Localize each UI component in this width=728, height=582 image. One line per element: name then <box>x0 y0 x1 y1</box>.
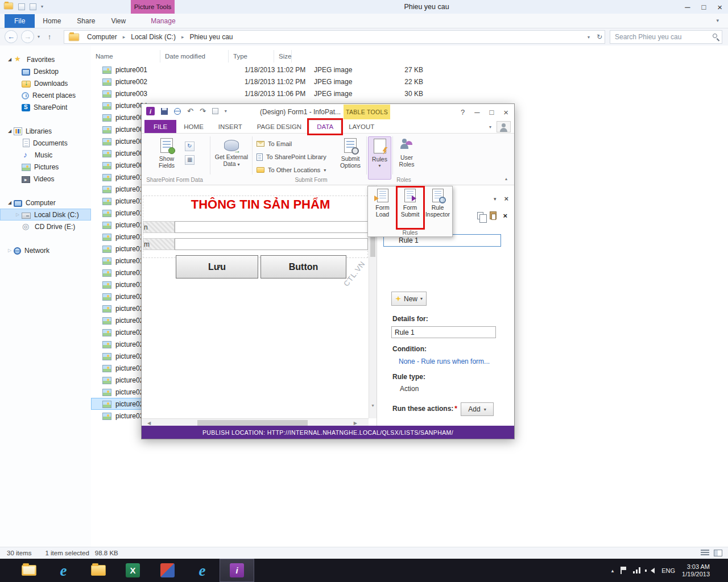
qat-properties-icon[interactable] <box>18 3 25 10</box>
column-header[interactable]: Type <box>229 50 274 63</box>
taskbar-button[interactable] <box>150 559 185 582</box>
infopath-close-button[interactable]: × <box>503 107 508 117</box>
to-other-locations-button[interactable]: To Other Locations ▾ <box>257 164 326 176</box>
help-icon[interactable]: ? <box>461 108 465 117</box>
generic-button[interactable]: Button <box>260 255 346 278</box>
scroll-right-icon[interactable]: ▶ <box>354 421 357 426</box>
infopath-tab[interactable]: HOME <box>176 120 211 133</box>
submit-options-button[interactable]: Submit Options <box>335 136 366 180</box>
maximize-button[interactable]: □ <box>701 3 706 11</box>
refresh-icon[interactable]: ↻ <box>597 33 602 41</box>
qat-new-folder-icon[interactable] <box>30 3 36 10</box>
action-center-icon[interactable] <box>621 567 626 574</box>
infopath-tab[interactable]: DATA <box>309 120 341 134</box>
expander-icon[interactable] <box>6 248 14 253</box>
rule-inspector-button[interactable]: Rule Inspector <box>424 187 451 228</box>
sidebar-item[interactable]: Downloads <box>0 77 91 89</box>
taskbar-button[interactable] <box>185 559 220 582</box>
address-bar[interactable]: Computer ▸ Local Disk (C:) ▸ Phieu yeu c… <box>64 30 605 44</box>
scroll-left-icon[interactable]: ◀ <box>147 421 151 426</box>
sidebar-item[interactable]: Music <box>0 149 91 161</box>
column-header[interactable]: Name <box>91 50 160 63</box>
breadcrumb[interactable]: Local Disk (C:) ▸ <box>126 33 185 41</box>
details-view-icon[interactable] <box>701 550 709 556</box>
sidebar-item[interactable]: SharePoint <box>0 101 91 113</box>
sidebar-item[interactable]: Documents <box>0 137 91 149</box>
sidebar-item[interactable]: Local Disk (C:) <box>0 209 91 221</box>
delete-rule-icon[interactable]: × <box>503 212 507 219</box>
file-row[interactable]: picture003 1/18/2013 11:06 PM JPEG image… <box>91 88 428 99</box>
expander-icon[interactable] <box>14 212 22 217</box>
history-chevron-icon[interactable]: ▾ <box>38 34 40 39</box>
language-indicator[interactable]: ENG <box>661 567 675 574</box>
volume-icon[interactable] <box>648 568 655 573</box>
expander-icon[interactable] <box>6 57 14 62</box>
network-icon[interactable] <box>633 567 641 573</box>
infopath-tab[interactable]: LAYOUT <box>341 120 382 133</box>
rules-button[interactable]: Rules ▾ <box>368 136 391 180</box>
ribbon-tab[interactable]: View <box>103 14 134 28</box>
form-canvas[interactable]: THÔNG TIN SẢN PHẨM n m Lưu Button CTL.VN <box>142 185 369 418</box>
paste-rule-icon[interactable] <box>490 211 497 219</box>
picture-tools-context-tab[interactable]: Picture Tools <box>131 0 175 14</box>
taskbar-button[interactable] <box>11 559 46 582</box>
user-avatar[interactable] <box>497 121 511 132</box>
sidebar-item[interactable]: Pictures <box>0 161 91 173</box>
copy-rule-icon[interactable] <box>477 212 483 219</box>
save-icon[interactable] <box>161 108 168 115</box>
file-row[interactable]: picture001 1/18/2013 11:02 PM JPEG image… <box>91 64 428 76</box>
form-load-button[interactable]: Form Load <box>369 187 396 228</box>
file-row[interactable]: picture002 1/18/2013 11:02 PM JPEG image… <box>91 76 428 88</box>
minimize-button[interactable]: ─ <box>685 3 690 11</box>
pane-close-icon[interactable]: × <box>504 194 508 203</box>
ribbon-tab[interactable]: Share <box>69 14 103 28</box>
up-button[interactable]: ↑ <box>43 31 56 43</box>
collapse-ribbon-icon[interactable]: ▴ <box>505 176 507 181</box>
refresh-fields-icon[interactable] <box>185 142 195 151</box>
user-roles-button[interactable]: User Roles <box>394 136 419 180</box>
back-button[interactable]: ← <box>5 30 18 43</box>
forward-button[interactable]: → <box>21 30 34 43</box>
breadcrumb[interactable]: Computer ▸ <box>82 33 126 41</box>
taskbar-button[interactable] <box>220 559 254 582</box>
text-field-1[interactable] <box>175 221 368 233</box>
form-data-icon[interactable] <box>185 155 195 165</box>
ribbon-tab[interactable]: Manage <box>143 14 183 28</box>
sidebar-item[interactable]: CD Drive (E:) <box>0 221 91 232</box>
ribbon-tab[interactable]: Home <box>35 14 69 28</box>
design-checker-icon[interactable] <box>212 108 218 114</box>
search-input[interactable] <box>610 30 722 44</box>
to-email-button[interactable]: To Email <box>257 138 292 149</box>
expander-icon[interactable] <box>6 128 14 134</box>
preview-icon[interactable] <box>174 108 181 115</box>
table-tools-context-header[interactable]: TABLE TOOLS <box>344 105 390 119</box>
address-dropdown-icon[interactable]: ▾ <box>588 35 590 40</box>
close-button[interactable]: × <box>717 2 722 12</box>
sidebar-item[interactable]: Libraries <box>0 125 91 137</box>
thumbnail-view-icon[interactable] <box>714 550 722 556</box>
ribbon-options-icon[interactable]: ▾ <box>489 124 491 130</box>
infopath-maximize-button[interactable]: □ <box>489 108 494 117</box>
redo-icon[interactable]: ↷ <box>200 107 206 115</box>
expander-icon[interactable] <box>6 200 14 205</box>
infopath-tab[interactable]: FILE <box>144 120 176 133</box>
taskbar-button[interactable] <box>115 559 150 582</box>
sidebar-item[interactable]: Favorites <box>0 53 91 65</box>
condition-link[interactable]: None - Rule runs when form... <box>399 357 490 365</box>
get-external-data-button[interactable]: Get External Data ▾ <box>213 136 250 180</box>
infopath-tab[interactable]: PAGE DESIGN <box>250 120 309 133</box>
form-submit-button[interactable]: Form Submit <box>397 187 424 228</box>
sidebar-item[interactable]: Network <box>0 244 91 256</box>
show-fields-button[interactable]: Show Fields <box>151 136 183 180</box>
column-header[interactable]: Date modified <box>160 50 229 63</box>
clock[interactable]: 3:03 AM 1/19/2013 <box>682 563 710 578</box>
sidebar-item[interactable]: Desktop <box>0 65 91 77</box>
ribbon-tab[interactable]: File <box>5 14 35 28</box>
undo-icon[interactable]: ↶ <box>187 107 193 115</box>
breadcrumb[interactable]: Phieu yeu cau ▸ <box>185 33 234 41</box>
pane-menu-icon[interactable]: ▾ <box>494 196 497 202</box>
add-action-button[interactable]: Add ▾ <box>461 402 494 416</box>
to-sharepoint-library-button[interactable]: To SharePoint Library <box>257 151 326 163</box>
infopath-minimize-button[interactable]: ─ <box>474 108 479 117</box>
qat-chevron-icon[interactable]: ▾ <box>41 4 43 9</box>
